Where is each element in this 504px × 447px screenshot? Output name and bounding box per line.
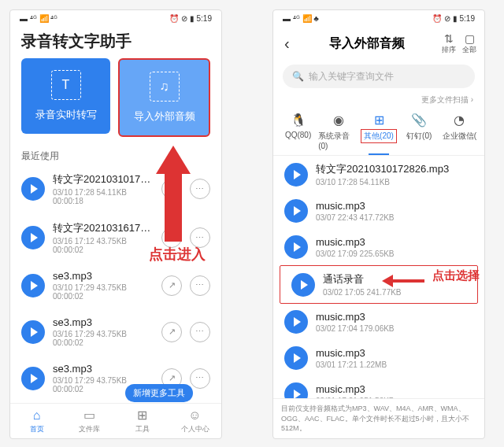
category-钉钉(0)[interactable]: 📎 钉钉(0) [399,112,439,155]
tab-label: 文件库 [79,424,100,434]
file-meta: 03/01 17:21 1.22MB [316,360,473,369]
search-icon: 🔍 [292,71,304,82]
file-meta: 03/07 22:43 417.72KB [316,213,473,222]
file-meta: 03/02 17:09 225.65KB [316,249,473,258]
file-name: music.mp3 [316,347,473,359]
card-realtime-transcribe[interactable]: T 录音实时转写 [21,58,110,134]
category-其他(20)[interactable]: ⊞ 其他(20) [358,112,398,155]
tab-icon: ⊞ [137,408,147,423]
play-icon[interactable] [284,382,308,398]
back-button[interactable]: ‹ [281,35,293,53]
file-meta: 03/02 17:05 241.77KB [323,288,466,297]
search-placeholder: 输入关键字查询文件 [309,70,394,83]
tab-文件库[interactable]: ▭ 文件库 [63,404,116,438]
tab-个人中心[interactable]: ☺ 个人中心 [169,404,221,438]
list-item[interactable]: 转文字20210310172826.mp3 03/10 17:28 54.11K… [273,156,484,193]
list-item[interactable]: music.mp3 03/01 17:21 951.53KB [273,376,484,398]
file-meta: 03/10 17:28 54.11KB [316,178,473,187]
status-bar: ▬ ⁴ᴳ 📶 ⁴ᴳ ⏰ ⊘ ▮ 5:19 [10,10,221,26]
category-tabs: 🐧 QQ(80) ◉ 系统录音(0) ⊞ 其他(20) 📎 钉钉(0) ◔ 企业… [273,109,484,156]
header: ‹ 导入外部音频 ⇅排序▢全部 [273,26,484,61]
tab-icon: ▭ [83,408,95,423]
file-name: 转文字20210310172826.mp3 [316,162,473,176]
file-meta: 03/16 17:12 43.75KB 00:00:02 [53,237,154,254]
file-name: se3.mp3 [53,270,154,282]
play-icon[interactable] [21,320,45,344]
file-name: music.mp3 [316,311,473,323]
phone-right: ▬ ⁴ᴳ 📶 ♣ ⏰ ⊘ ▮ 5:19 ‹ 导入外部音频 ⇅排序▢全部 🔍 输入… [272,9,485,439]
category-QQ(80)[interactable]: 🐧 QQ(80) [278,112,318,155]
more-icon[interactable]: ⋯ [190,368,210,389]
annotation-arrow-up [156,146,191,242]
tab-label: 工具 [135,424,150,434]
header-action-全部[interactable]: ▢全部 [462,32,476,55]
play-icon[interactable] [21,177,45,201]
category-label: 其他(20) [361,129,397,143]
status-left: ▬ ⁴ᴳ 📶 ⁴ᴳ [20,14,57,23]
file-name: 转文字20210310172826.mp3 [53,172,154,187]
file-meta: 03/16 17:29 43.75KB 00:00:02 [53,330,154,347]
file-meta: 03/02 17:04 179.06KB [316,324,473,333]
play-icon[interactable] [284,235,308,259]
play-icon[interactable] [284,310,308,334]
annotation-text: 点击进入 [149,245,206,264]
category-label: 系统录音(0) [318,131,358,150]
tab-label: 个人中心 [181,424,209,434]
play-icon[interactable] [284,199,308,223]
category-系统录音(0)[interactable]: ◉ 系统录音(0) [318,112,358,155]
share-icon[interactable]: ↗ [161,275,182,296]
tab-首页[interactable]: ⌂ 首页 [10,404,63,438]
card-label: 导入外部音频 [134,109,195,124]
file-name: music.mp3 [316,236,473,248]
audio-icon: ♫ [150,72,180,102]
tab-工具[interactable]: ⊞ 工具 [116,404,169,438]
play-icon[interactable] [21,274,45,297]
list-item[interactable]: music.mp3 03/07 22:43 417.72KB [273,193,484,229]
play-icon[interactable] [291,273,315,297]
more-scan-link[interactable]: 更多文件扫描 › [273,91,484,109]
card-import-audio[interactable]: ♫ 导入外部音频 [118,58,210,137]
list-item[interactable]: se3.mp3 03/16 17:29 43.75KB 00:00:02 ↗ ⋯ [10,308,221,355]
card-label: 录音实时转写 [35,108,97,122]
annotation-text: 点击选择 [432,268,480,283]
annotation-arrow-left [382,275,424,287]
status-right: ⏰ ⊘ ▮ 5:19 [169,14,212,23]
page-title: 导入外部音频 [298,35,437,52]
file-name: music.mp3 [316,383,473,395]
text-icon: T [51,70,81,100]
action-cards: T 录音实时转写 ♫ 导入外部音频 [10,58,221,145]
play-icon[interactable] [21,367,45,390]
category-label: 钉钉(0) [406,131,432,142]
play-icon[interactable] [21,226,45,249]
footer-note: 目前仅支持音频格式为MP3、WAV、M4A、AMR、WMA、OGG、AAC、FL… [273,398,484,438]
list-item[interactable]: music.mp3 03/02 17:09 225.65KB [273,229,484,265]
tab-bar: ⌂ 首页 ▭ 文件库 ⊞ 工具 ☺ 个人中心 [10,403,221,438]
more-icon[interactable]: ⋯ [190,322,210,342]
file-name: se3.mp3 [53,316,154,328]
list-item[interactable]: music.mp3 03/01 17:21 1.22MB [273,340,484,376]
header-action-排序[interactable]: ⇅排序 [442,32,456,55]
category-icon: ◔ [451,112,467,127]
category-icon: ⊞ [371,112,387,127]
tab-label: 首页 [30,424,44,434]
file-meta: 03/10 17:29 43.75KB 00:00:02 [53,283,154,301]
file-name: music.mp3 [316,200,473,212]
play-icon[interactable] [284,346,308,370]
tab-icon: ☺ [188,408,201,423]
category-企业微信([interactable]: ◔ 企业微信( [439,112,480,155]
app-title: 录音转文字助手 [10,26,221,58]
category-icon: 📎 [411,112,427,127]
status-left: ▬ ⁴ᴳ 📶 ♣ [283,14,319,23]
new-tools-pill[interactable]: 新增更多工具 [125,384,193,402]
more-icon[interactable]: ⋯ [190,275,210,296]
share-icon[interactable]: ↗ [161,322,182,342]
list-item[interactable]: se3.mp3 03/10 17:29 43.75KB 00:00:02 ↗ ⋯ [10,262,221,308]
file-name: 转文字20210316171213.mp3 [53,221,154,235]
list-item[interactable]: music.mp3 03/02 17:04 179.06KB [273,304,484,340]
tab-icon: ⌂ [33,408,41,423]
search-input[interactable]: 🔍 输入关键字查询文件 [283,65,475,88]
file-meta: 03/10 17:28 54.11KB 00:00:18 [53,188,154,205]
category-label: 企业微信( [443,131,476,142]
more-icon[interactable]: ⋯ [190,179,210,199]
play-icon[interactable] [284,163,308,187]
